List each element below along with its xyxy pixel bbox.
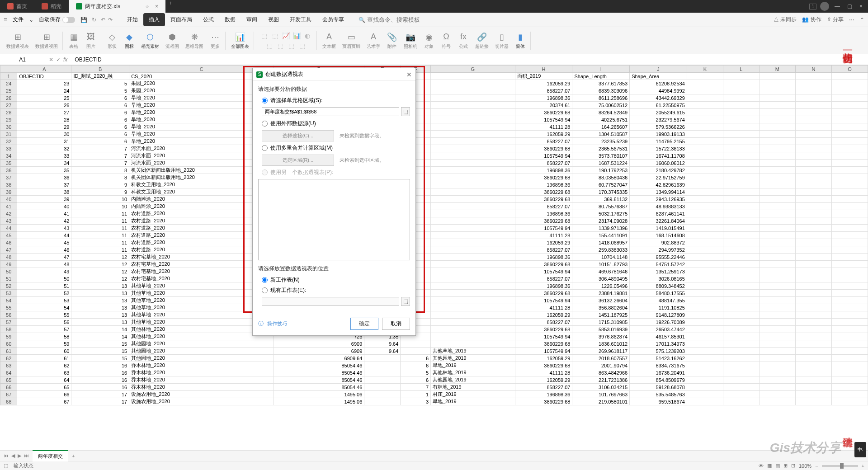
cell[interactable]: [759, 152, 795, 160]
cell[interactable]: 369.61132: [572, 196, 630, 203]
cell[interactable]: 7: [71, 152, 129, 160]
cell[interactable]: [795, 196, 831, 203]
cell[interactable]: 39: [17, 196, 71, 203]
cell[interactable]: [759, 160, 795, 167]
cell[interactable]: 30: [17, 131, 71, 138]
cell[interactable]: 3860229.68: [515, 145, 572, 152]
cell[interactable]: [723, 391, 759, 398]
cell[interactable]: [431, 297, 515, 304]
zoom-level[interactable]: 100%: [799, 463, 811, 469]
cell[interactable]: 6: [71, 94, 129, 102]
row-header[interactable]: 44: [0, 225, 17, 232]
cell[interactable]: [759, 376, 795, 384]
cell[interactable]: 53: [17, 297, 71, 304]
cell[interactable]: 1057549.94: [515, 116, 572, 123]
cell[interactable]: [687, 87, 723, 94]
cell[interactable]: 1349.994114: [630, 188, 687, 196]
cell[interactable]: 11: [71, 217, 129, 225]
cell[interactable]: 10704.1148: [572, 254, 630, 261]
cell[interactable]: 其他林地_2019: [431, 369, 515, 376]
cell[interactable]: 12: [71, 254, 129, 261]
cell[interactable]: [687, 355, 723, 362]
cell[interactable]: [723, 145, 759, 152]
ribbon-item-艺术字[interactable]: A艺术字: [364, 32, 383, 50]
col-header[interactable]: G: [431, 66, 515, 73]
cell[interactable]: 10151.62793: [572, 261, 630, 268]
cell[interactable]: [831, 239, 868, 246]
cell[interactable]: [759, 297, 795, 304]
cell[interactable]: 1419.015491: [630, 225, 687, 232]
cell[interactable]: 乔木林地_2020: [129, 362, 274, 369]
header-cell[interactable]: [431, 73, 515, 80]
row-header[interactable]: 40: [0, 196, 17, 203]
cell[interactable]: 170.3745335: [572, 188, 630, 196]
cell[interactable]: [723, 311, 759, 319]
cell[interactable]: 乔木林地_2020: [129, 384, 274, 391]
undo-icon[interactable]: ↶: [101, 17, 105, 23]
cell[interactable]: 14: [71, 326, 129, 333]
cell[interactable]: 294.997352: [630, 246, 687, 254]
cell[interactable]: [723, 210, 759, 217]
cell[interactable]: [795, 239, 831, 246]
cell[interactable]: [723, 87, 759, 94]
cell[interactable]: 12: [71, 275, 129, 282]
radio-existing-sheet[interactable]: [262, 287, 268, 293]
cell[interactable]: [687, 167, 723, 174]
cell[interactable]: [831, 188, 868, 196]
cell[interactable]: [431, 174, 515, 181]
cell[interactable]: [687, 268, 723, 275]
cell[interactable]: [831, 160, 868, 167]
cell[interactable]: [723, 80, 759, 87]
cell[interactable]: [431, 87, 515, 94]
chart-small-icon[interactable]: ⬚: [265, 41, 274, 50]
cell[interactable]: 162059.29: [515, 376, 572, 384]
cell[interactable]: [795, 225, 831, 232]
cell[interactable]: 65: [17, 384, 71, 391]
cell[interactable]: 858227.07: [515, 138, 572, 145]
tab-home[interactable]: 首页: [0, 0, 34, 13]
cell[interactable]: 1057549.94: [515, 348, 572, 355]
cell[interactable]: 11: [71, 246, 129, 254]
add-sheet-button[interactable]: +: [68, 453, 78, 459]
cell[interactable]: [431, 167, 515, 174]
cell[interactable]: 1057549.94: [515, 297, 572, 304]
cell[interactable]: 2943.126935: [630, 196, 687, 203]
cell[interactable]: 1191.10825: [630, 304, 687, 311]
cell[interactable]: [364, 355, 401, 362]
cell[interactable]: 6909.64: [274, 355, 364, 362]
ribbon-item-数据透视图[interactable]: ⊞数据透视图: [33, 32, 63, 50]
cell[interactable]: [759, 239, 795, 246]
cell[interactable]: 3860229.68: [515, 196, 572, 203]
cell[interactable]: [759, 290, 795, 297]
cell[interactable]: 1057549.94: [515, 225, 572, 232]
cell[interactable]: [759, 80, 795, 87]
row-header[interactable]: 29: [0, 116, 17, 123]
cell[interactable]: 11: [71, 239, 129, 246]
sheet-prev-icon[interactable]: ◀: [11, 453, 15, 459]
ribbon-item-更多[interactable]: ⋯更多: [207, 32, 226, 50]
cell[interactable]: 6: [401, 362, 431, 369]
cell[interactable]: 6: [71, 102, 129, 109]
cell[interactable]: [759, 246, 795, 254]
ribbon-tab[interactable]: 会员专享: [317, 13, 349, 26]
cell[interactable]: 17: [71, 391, 129, 398]
cell[interactable]: 41111.28: [515, 369, 572, 376]
cell[interactable]: [831, 152, 868, 160]
range-input[interactable]: [262, 107, 399, 116]
row-header[interactable]: 45: [0, 232, 17, 239]
cell[interactable]: 854.8509679: [630, 376, 687, 384]
ribbon-item-思维导图[interactable]: ❋思维导图: [183, 32, 206, 50]
cell[interactable]: 1451.187925: [572, 311, 630, 319]
cell[interactable]: 196898.36: [515, 167, 572, 174]
cell[interactable]: [831, 333, 868, 340]
cell[interactable]: 10: [71, 196, 129, 203]
cell[interactable]: [687, 102, 723, 109]
cell[interactable]: [831, 145, 868, 152]
cell[interactable]: [431, 160, 515, 167]
cell[interactable]: [759, 340, 795, 348]
cell[interactable]: [795, 311, 831, 319]
cell[interactable]: 858227.07: [515, 203, 572, 210]
cell[interactable]: [687, 362, 723, 369]
cell[interactable]: 16: [71, 369, 129, 376]
cell[interactable]: [687, 152, 723, 160]
